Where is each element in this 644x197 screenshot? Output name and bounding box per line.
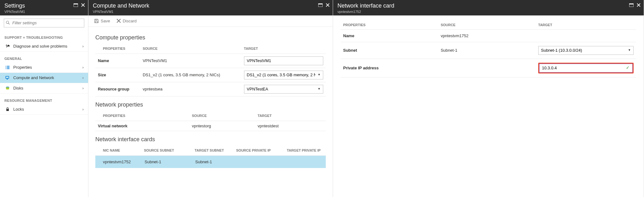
target-size-select[interactable]: [244, 71, 323, 79]
discard-icon: [116, 19, 121, 23]
chevron-right-icon: ›: [82, 65, 84, 70]
source-size: DS1_v2 (1 cores, 3.5 GB memory, 2 NICs): [140, 68, 242, 82]
nav-label: Compute and Network: [13, 75, 54, 80]
col-target: TARGET: [536, 20, 636, 30]
nic-prop-subnet: Subnet: [341, 42, 438, 59]
nic-target-ip-input[interactable]: [539, 64, 633, 72]
nic-subtitle: vpntestvm1752: [337, 10, 394, 14]
nav-label: Diagnose and solve problems: [13, 44, 67, 49]
nav-compute-network[interactable]: Compute and Network ›: [0, 73, 88, 83]
save-label: Save: [101, 19, 110, 23]
chevron-right-icon: ›: [82, 44, 84, 49]
wrench-icon: [5, 44, 10, 49]
discard-label: Discard: [123, 19, 137, 23]
svg-rect-4: [7, 66, 9, 67]
svg-rect-17: [95, 21, 98, 23]
svg-rect-3: [6, 66, 6, 67]
private-ip-highlight: [538, 63, 634, 73]
network-properties-title: Network properties: [95, 101, 326, 108]
nic-sip-cell: [234, 155, 284, 168]
properties-icon: [5, 65, 10, 70]
compute-network-panel: Compute and Network VPNTestVM1 Save Disc…: [88, 0, 333, 197]
svg-point-2: [6, 21, 9, 23]
close-icon[interactable]: [81, 3, 85, 7]
nic-section-title: Network interface cards: [95, 136, 326, 143]
compute-title: Compute and Network: [93, 3, 149, 9]
prop-size: Size: [95, 68, 140, 82]
nic-target-subnet-select[interactable]: [538, 46, 634, 55]
nav-properties[interactable]: Properties ›: [0, 62, 88, 73]
source-vnet: vpntestorg: [189, 121, 255, 131]
nav-label: Locks: [13, 107, 24, 112]
svg-rect-19: [629, 3, 634, 4]
compute-header: Compute and Network VPNTestVM1: [88, 0, 333, 15]
settings-title: Settings: [4, 3, 25, 9]
target-name-input[interactable]: [244, 56, 323, 65]
col-source: SOURCE: [140, 43, 242, 54]
col-source: SOURCE: [438, 20, 536, 30]
maximize-icon[interactable]: [318, 3, 323, 7]
nav-label: Disks: [13, 86, 23, 90]
col-source-ip: SOURCE PRIVATE IP: [234, 145, 284, 156]
close-icon[interactable]: [326, 3, 330, 7]
nic-source-subnet: Subnet-1: [438, 42, 536, 59]
target-rg-select[interactable]: [244, 85, 323, 94]
chevron-right-icon: ›: [82, 86, 84, 90]
source-rg: vpntestsea: [140, 82, 242, 96]
col-nic-name: NIC NAME: [95, 145, 141, 156]
compute-icon: [5, 75, 10, 80]
settings-header: Settings VPNTestVM1: [0, 0, 88, 15]
nav-label: Properties: [13, 65, 32, 70]
maximize-icon[interactable]: [74, 3, 78, 7]
svg-rect-13: [6, 109, 9, 111]
chevron-right-icon: ›: [82, 107, 84, 112]
save-icon: [94, 19, 99, 23]
col-properties: PROPERTIES: [95, 43, 140, 54]
prop-name: Name: [95, 54, 140, 68]
compute-toolbar: Save Discard: [88, 15, 333, 27]
compute-subtitle: VPNTestVM1: [93, 10, 149, 14]
source-name: VPNTestVM1: [140, 54, 242, 68]
prop-rg: Resource group: [95, 82, 140, 96]
col-source-subnet: SOURCE SUBNET: [141, 145, 192, 156]
col-source: SOURCE: [189, 111, 255, 121]
col-properties: PROPERTIES: [95, 111, 189, 121]
nic-row[interactable]: vpntestvm1752 Subnet-1 Subnet-1: [95, 155, 326, 168]
svg-rect-6: [7, 67, 9, 68]
filter-icon: [6, 20, 10, 25]
target-vnet: vpntestdest: [255, 121, 326, 131]
discard-button[interactable]: Discard: [116, 19, 137, 23]
nic-header: Network interface card vpntestvm1752: [333, 0, 644, 15]
nic-panel: Network interface card vpntestvm1752 PRO…: [333, 0, 644, 197]
svg-rect-1: [74, 3, 78, 4]
col-properties: PROPERTIES: [341, 20, 438, 30]
col-target: TARGET: [242, 43, 326, 54]
nic-tip-cell: [284, 155, 326, 168]
close-icon[interactable]: [637, 3, 641, 7]
nic-title: Network interface card: [337, 3, 394, 9]
svg-rect-8: [7, 68, 9, 69]
svg-rect-7: [6, 68, 6, 69]
nic-tsubnet-cell: Subnet-1: [192, 155, 234, 168]
svg-rect-9: [6, 76, 9, 78]
nav-locks[interactable]: Locks ›: [0, 104, 88, 115]
nic-ssubnet-cell: Subnet-1: [141, 155, 192, 168]
prop-vnet: Virtual network: [95, 121, 189, 131]
section-general: GENERAL: [0, 52, 88, 62]
save-button[interactable]: Save: [94, 19, 110, 23]
nic-prop-name: Name: [341, 29, 438, 42]
filter-settings-input[interactable]: [4, 19, 84, 27]
compute-properties-title: Compute properties: [95, 34, 326, 41]
settings-subtitle: VPNTestVM1: [4, 10, 25, 14]
section-resource: RESOURCE MANAGEMENT: [0, 94, 88, 104]
settings-panel: Settings VPNTestVM1 SUPPORT + TROUBLESHO…: [0, 0, 88, 197]
svg-rect-5: [6, 67, 6, 68]
nic-name-cell: vpntestvm1752: [95, 155, 141, 168]
section-support: SUPPORT + TROUBLESHOOTING: [0, 31, 88, 41]
chevron-right-icon: ›: [82, 75, 84, 80]
disks-icon: [5, 86, 10, 91]
maximize-icon[interactable]: [629, 3, 634, 7]
nav-disks[interactable]: Disks ›: [0, 83, 88, 94]
nav-diagnose[interactable]: Diagnose and solve problems ›: [0, 41, 88, 52]
nic-source-name: vpntestvm1752: [438, 29, 536, 42]
